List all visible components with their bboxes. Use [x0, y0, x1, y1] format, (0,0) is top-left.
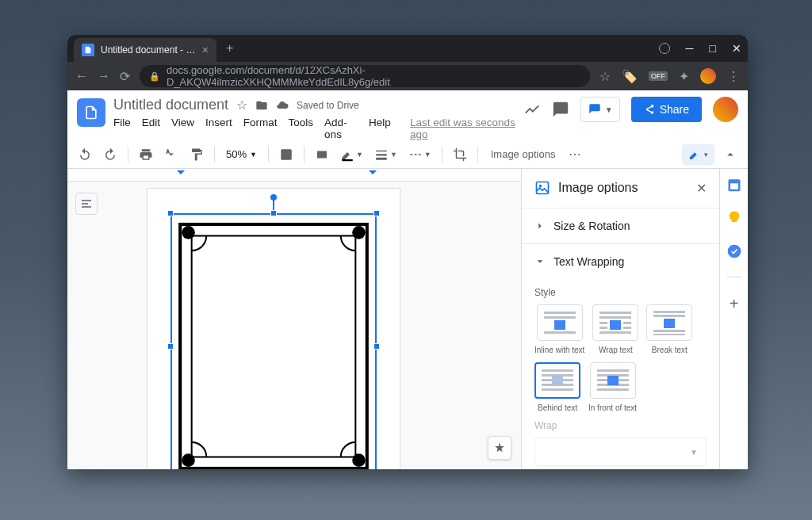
forward-button[interactable]: →: [98, 69, 110, 83]
activity-icon[interactable]: [523, 101, 541, 118]
crop-button[interactable]: [449, 144, 471, 165]
handle-left[interactable]: [167, 343, 174, 350]
svg-rect-0: [281, 149, 292, 160]
chrome-menu-icon[interactable]: ⋮: [727, 69, 740, 84]
handle-top-left[interactable]: [167, 210, 174, 216]
style-break[interactable]: Break text: [646, 304, 692, 354]
menubar: File Edit View Insert Format Tools Add-o…: [113, 117, 515, 140]
comments-icon[interactable]: [552, 101, 569, 118]
more-button[interactable]: ⋯: [565, 143, 585, 165]
svg-rect-57: [542, 374, 573, 377]
svg-rect-39: [544, 312, 576, 314]
svg-rect-42: [544, 331, 576, 334]
address-bar: ← → ⟳ 🔒 docs.google.com/document/d/12XCs…: [67, 62, 748, 90]
move-document-icon[interactable]: [255, 99, 268, 112]
undo-button[interactable]: [74, 144, 96, 165]
handle-top-right[interactable]: [373, 210, 380, 216]
extensions-icon[interactable]: ✦: [679, 69, 689, 84]
selection-box: [170, 213, 377, 469]
menu-view[interactable]: View: [171, 117, 194, 140]
present-button[interactable]: ▼: [580, 97, 620, 122]
menu-tools[interactable]: Tools: [289, 117, 314, 140]
menu-addons[interactable]: Add-ons: [324, 117, 358, 140]
style-behind[interactable]: Behind text: [534, 362, 580, 412]
add-addon-icon[interactable]: +: [730, 295, 739, 313]
share-label: Share: [660, 103, 689, 116]
ambient-icon[interactable]: [659, 43, 670, 54]
spellcheck-button[interactable]: [160, 144, 182, 165]
canvas-area[interactable]: Move with text▼ ⋮: [67, 169, 521, 469]
svg-rect-44: [599, 316, 631, 319]
chevron-right-icon: [534, 220, 546, 231]
document-outline-button[interactable]: [75, 193, 98, 215]
url-text: docs.google.com/document/d/12XCsAzhXi-D_…: [167, 64, 580, 88]
redo-button[interactable]: [99, 144, 121, 165]
collapse-button[interactable]: [719, 144, 741, 165]
browser-tab[interactable]: Untitled document - Google Doc ×: [74, 38, 216, 62]
star-icon[interactable]: ☆: [599, 69, 611, 84]
menu-help[interactable]: Help: [369, 117, 391, 140]
menu-file[interactable]: File: [113, 117, 131, 140]
user-avatar[interactable]: [713, 97, 738, 122]
style-wrap[interactable]: Wrap text: [592, 304, 638, 354]
new-tab-button[interactable]: +: [226, 41, 233, 55]
menu-insert[interactable]: Insert: [205, 117, 232, 140]
tasks-icon[interactable]: [726, 243, 742, 259]
border-dash-button[interactable]: ▼: [404, 144, 435, 165]
explore-button[interactable]: [488, 436, 511, 460]
dropdown-caret-icon: ▼: [690, 448, 698, 457]
replace-image-button[interactable]: [311, 144, 333, 165]
share-button[interactable]: Share: [631, 97, 702, 122]
docs-app: Untitled document ☆ Saved to Drive File …: [67, 90, 748, 469]
last-edit-text[interactable]: Last edit was seconds ago: [410, 117, 515, 140]
editing-mode-button[interactable]: ▾: [682, 144, 714, 165]
print-button[interactable]: [135, 144, 157, 165]
reload-button[interactable]: ⟳: [120, 69, 130, 84]
chevron-down-icon: [534, 256, 546, 267]
svg-rect-61: [542, 388, 573, 391]
menu-format[interactable]: Format: [243, 117, 278, 140]
docs-logo-icon[interactable]: [77, 98, 105, 127]
back-button[interactable]: ←: [75, 69, 88, 83]
svg-rect-40: [544, 316, 576, 319]
url-field[interactable]: 🔒 docs.google.com/document/d/12XCsAzhXi-…: [140, 65, 590, 87]
keep-icon[interactable]: [726, 210, 742, 226]
image-adjust-button[interactable]: [275, 144, 297, 165]
border-weight-button[interactable]: ▼: [370, 144, 401, 165]
close-button[interactable]: ✕: [732, 42, 741, 55]
toolbar: 50%▼ ▼ ▼ ▼ Image options ⋯ ▾: [67, 140, 748, 169]
maximize-button[interactable]: □: [710, 42, 716, 55]
document-title[interactable]: Untitled document: [113, 97, 228, 113]
selected-image[interactable]: [170, 213, 377, 469]
svg-rect-56: [542, 369, 573, 372]
handle-right[interactable]: [373, 343, 380, 350]
svg-rect-46: [599, 322, 607, 324]
rotate-handle[interactable]: [270, 194, 277, 201]
style-front[interactable]: In front of text: [588, 362, 637, 412]
style-inline[interactable]: Inline with text: [534, 304, 584, 354]
zoom-select[interactable]: 50%▼: [221, 145, 262, 163]
sidebar-title: Image options: [558, 181, 688, 195]
extension-off-icon[interactable]: OFF: [649, 71, 668, 81]
section-size-header[interactable]: Size & Rotation: [522, 208, 719, 243]
section-wrapping-header[interactable]: Text Wrapping: [522, 244, 719, 279]
tab-close-icon[interactable]: ×: [202, 44, 209, 56]
sidebar-close-icon[interactable]: ✕: [696, 181, 707, 196]
star-document-icon[interactable]: ☆: [236, 98, 247, 113]
svg-rect-48: [599, 327, 607, 329]
minimize-button[interactable]: ─: [686, 42, 694, 55]
lock-icon: 🔒: [149, 71, 160, 82]
paint-format-button[interactable]: [186, 144, 208, 165]
border-color-button[interactable]: ▼: [336, 144, 367, 165]
menu-edit[interactable]: Edit: [142, 117, 160, 140]
svg-rect-50: [599, 331, 631, 334]
svg-rect-41: [554, 320, 565, 330]
ruler-horizontal[interactable]: [67, 169, 521, 182]
extension-tag-icon[interactable]: 🏷️: [622, 69, 638, 84]
handle-top[interactable]: [270, 210, 277, 216]
tab-title: Untitled document - Google Doc: [101, 44, 196, 55]
chrome-avatar[interactable]: [700, 68, 716, 84]
image-options-label[interactable]: Image options: [485, 148, 562, 160]
calendar-icon[interactable]: [726, 177, 742, 193]
svg-point-70: [727, 245, 741, 258]
